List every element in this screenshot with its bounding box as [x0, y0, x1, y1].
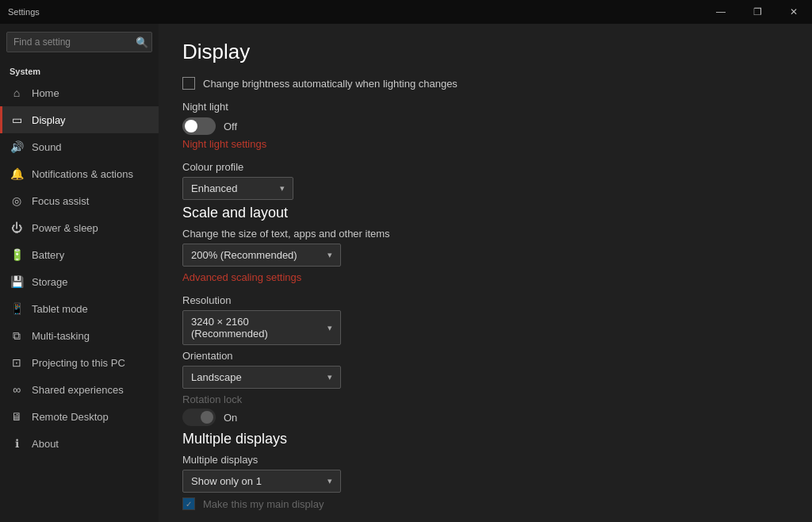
brightness-checkbox[interactable] [182, 77, 195, 90]
colour-profile-dropdown[interactable]: Enhanced ▾ [182, 177, 293, 200]
sidebar-item-display-label: Display [32, 114, 66, 126]
sidebar-item-power-label: Power & sleep [32, 222, 98, 234]
brightness-row: Change brightness automatically when lig… [182, 77, 788, 90]
scale-value: 200% (Recommended) [191, 249, 297, 261]
rotation-lock-toggle-row: On [182, 409, 788, 426]
restore-button[interactable]: ❐ [739, 0, 776, 24]
sidebar-item-notifications-label: Notifications & actions [32, 168, 133, 180]
close-button[interactable]: ✕ [776, 0, 812, 24]
sidebar-item-storage[interactable]: 💾 Storage [0, 268, 159, 295]
sidebar-section-system: System [0, 60, 159, 79]
storage-icon: 💾 [10, 274, 24, 289]
tablet-icon: 📱 [10, 301, 24, 316]
sidebar-item-remote-label: Remote Desktop [32, 411, 109, 423]
sidebar-item-about[interactable]: ℹ About [0, 430, 159, 457]
display-icon: ▭ [10, 113, 24, 127]
sidebar-item-battery[interactable]: 🔋 Battery [0, 241, 159, 268]
colour-profile-label: Colour profile [182, 161, 788, 173]
focus-icon: ◎ [10, 194, 24, 208]
advanced-scaling-link[interactable]: Advanced scaling settings [182, 271, 301, 283]
sidebar-item-sound[interactable]: 🔊 Sound [0, 133, 159, 160]
rotation-lock-label: Rotation lock [182, 393, 788, 405]
multiple-displays-label: Multiple displays [182, 454, 788, 466]
night-light-label: Night light [182, 101, 788, 113]
sidebar-item-home-label: Home [32, 87, 59, 99]
scale-chevron: ▾ [327, 250, 332, 260]
night-light-state: Off [224, 121, 237, 132]
sidebar-item-home[interactable]: ⌂ Home [0, 79, 159, 106]
multiple-displays-title: Multiple displays [182, 431, 788, 447]
colour-profile-value: Enhanced [191, 182, 238, 194]
orientation-dropdown[interactable]: Landscape ▾ [182, 366, 341, 389]
multitasking-icon: ⧉ [10, 328, 24, 343]
rotation-lock-state: On [224, 412, 237, 424]
resolution-label: Resolution [182, 294, 788, 306]
page-title: Display [182, 40, 788, 64]
multiple-displays-value: Show only on 1 [191, 475, 262, 487]
sidebar-item-multitasking[interactable]: ⧉ Multi-tasking [0, 322, 159, 349]
sidebar-item-storage-label: Storage [32, 276, 68, 288]
scale-dropdown[interactable]: 200% (Recommended) ▾ [182, 244, 341, 267]
app-body: 🔍 System ⌂ Home ▭ Display 🔊 Sound 🔔 Noti… [0, 24, 812, 522]
sidebar-item-battery-label: Battery [32, 249, 64, 261]
sidebar-item-remote[interactable]: 🖥 Remote Desktop [0, 403, 159, 430]
night-light-toggle[interactable] [182, 117, 216, 135]
sidebar-item-display[interactable]: ▭ Display [0, 106, 159, 133]
projecting-icon: ⊡ [10, 355, 24, 370]
sidebar-item-shared-label: Shared experiences [32, 384, 124, 396]
home-icon: ⌂ [10, 86, 24, 100]
titlebar: Settings — ❐ ✕ [0, 0, 812, 24]
multiple-displays-dropdown[interactable]: Show only on 1 ▾ [182, 470, 341, 493]
about-icon: ℹ [10, 436, 24, 451]
brightness-label: Change brightness automatically when lig… [203, 78, 458, 90]
colour-profile-chevron: ▾ [280, 183, 285, 194]
main-content: Display Change brightness automatically … [159, 24, 812, 522]
sidebar-item-shared[interactable]: ∞ Shared experiences [0, 376, 159, 403]
shared-icon: ∞ [10, 382, 24, 397]
sidebar-item-focus[interactable]: ◎ Focus assist [0, 187, 159, 214]
sidebar-item-tablet[interactable]: 📱 Tablet mode [0, 295, 159, 322]
orientation-label: Orientation [182, 350, 788, 362]
minimize-button[interactable]: — [703, 0, 739, 24]
resolution-chevron: ▾ [327, 323, 332, 333]
search-input[interactable] [6, 32, 152, 52]
scale-label: Change the size of text, apps and other … [182, 228, 788, 240]
window-controls: — ❐ ✕ [703, 0, 812, 24]
sidebar-item-notifications[interactable]: 🔔 Notifications & actions [0, 160, 159, 187]
sidebar-item-projecting[interactable]: ⊡ Projecting to this PC [0, 349, 159, 376]
rotation-lock-toggle[interactable] [182, 409, 216, 426]
sidebar-item-focus-label: Focus assist [32, 195, 89, 207]
search-icon[interactable]: 🔍 [136, 36, 148, 48]
night-light-toggle-row: Off [182, 117, 788, 135]
sidebar-item-power[interactable]: ⏻ Power & sleep [0, 214, 159, 241]
remote-icon: 🖥 [10, 409, 24, 424]
sound-icon: 🔊 [10, 140, 24, 154]
sidebar-item-tablet-label: Tablet mode [32, 303, 88, 315]
search-container: 🔍 [6, 32, 152, 52]
multiple-displays-chevron: ▾ [327, 476, 332, 486]
orientation-chevron: ▾ [327, 372, 332, 382]
main-display-row: ✓ Make this my main display [182, 497, 788, 510]
app-title: Settings [8, 7, 40, 17]
main-display-checkbox[interactable]: ✓ [182, 497, 195, 510]
notifications-icon: 🔔 [10, 167, 24, 181]
sidebar-item-about-label: About [32, 438, 59, 450]
resolution-dropdown[interactable]: 3240 × 2160 (Recommended) ▾ [182, 310, 341, 345]
sidebar-item-sound-label: Sound [32, 141, 62, 153]
resolution-value: 3240 × 2160 (Recommended) [191, 316, 327, 340]
orientation-value: Landscape [191, 371, 242, 383]
night-light-settings-link[interactable]: Night light settings [182, 138, 266, 150]
main-display-label: Make this my main display [203, 498, 324, 510]
sidebar: 🔍 System ⌂ Home ▭ Display 🔊 Sound 🔔 Noti… [0, 24, 159, 522]
sidebar-item-projecting-label: Projecting to this PC [32, 357, 125, 369]
sidebar-item-multitasking-label: Multi-tasking [32, 330, 90, 342]
power-icon: ⏻ [10, 221, 24, 235]
scale-layout-title: Scale and layout [182, 205, 788, 221]
battery-icon: 🔋 [10, 248, 24, 262]
